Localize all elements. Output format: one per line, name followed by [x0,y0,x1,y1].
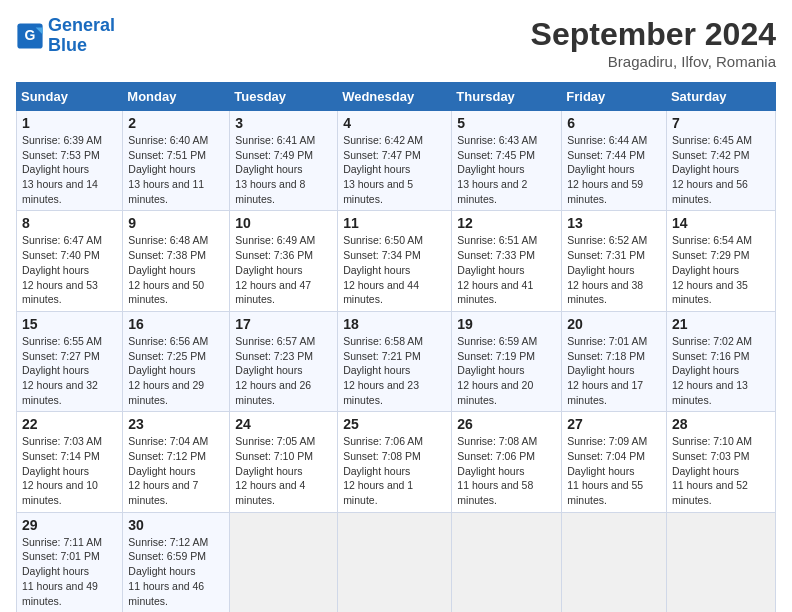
table-row: 29Sunrise: 7:11 AMSunset: 7:01 PMDayligh… [17,512,123,612]
table-row [452,512,562,612]
table-row [230,512,338,612]
table-row: 19Sunrise: 6:59 AMSunset: 7:19 PMDayligh… [452,311,562,411]
table-row: 7Sunrise: 6:45 AMSunset: 7:42 PMDaylight… [666,111,775,211]
header-friday: Friday [562,83,667,111]
header-tuesday: Tuesday [230,83,338,111]
table-row: 16Sunrise: 6:56 AMSunset: 7:25 PMDayligh… [123,311,230,411]
header-wednesday: Wednesday [338,83,452,111]
header-sunday: Sunday [17,83,123,111]
table-row: 9Sunrise: 6:48 AMSunset: 7:38 PMDaylight… [123,211,230,311]
table-row: 11Sunrise: 6:50 AMSunset: 7:34 PMDayligh… [338,211,452,311]
table-row: 18Sunrise: 6:58 AMSunset: 7:21 PMDayligh… [338,311,452,411]
table-row: 2Sunrise: 6:40 AMSunset: 7:51 PMDaylight… [123,111,230,211]
table-row: 15Sunrise: 6:55 AMSunset: 7:27 PMDayligh… [17,311,123,411]
table-row: 6Sunrise: 6:44 AMSunset: 7:44 PMDaylight… [562,111,667,211]
table-row: 24Sunrise: 7:05 AMSunset: 7:10 PMDayligh… [230,412,338,512]
table-row: 28Sunrise: 7:10 AMSunset: 7:03 PMDayligh… [666,412,775,512]
table-row: 21Sunrise: 7:02 AMSunset: 7:16 PMDayligh… [666,311,775,411]
header-monday: Monday [123,83,230,111]
table-row: 23Sunrise: 7:04 AMSunset: 7:12 PMDayligh… [123,412,230,512]
table-row: 8Sunrise: 6:47 AMSunset: 7:40 PMDaylight… [17,211,123,311]
page-header: G General Blue September 2024 Bragadiru,… [16,16,776,70]
table-row [562,512,667,612]
logo: G General Blue [16,16,115,56]
calendar-header: Sunday Monday Tuesday Wednesday Thursday… [17,83,776,111]
calendar-table: Sunday Monday Tuesday Wednesday Thursday… [16,82,776,612]
table-row: 12Sunrise: 6:51 AMSunset: 7:33 PMDayligh… [452,211,562,311]
table-row: 20Sunrise: 7:01 AMSunset: 7:18 PMDayligh… [562,311,667,411]
svg-text:G: G [25,27,36,43]
table-row [666,512,775,612]
month-title: September 2024 [531,16,776,53]
table-row: 27Sunrise: 7:09 AMSunset: 7:04 PMDayligh… [562,412,667,512]
header-saturday: Saturday [666,83,775,111]
table-row: 17Sunrise: 6:57 AMSunset: 7:23 PMDayligh… [230,311,338,411]
table-row: 25Sunrise: 7:06 AMSunset: 7:08 PMDayligh… [338,412,452,512]
logo-icon: G [16,22,44,50]
table-row: 3Sunrise: 6:41 AMSunset: 7:49 PMDaylight… [230,111,338,211]
table-row: 26Sunrise: 7:08 AMSunset: 7:06 PMDayligh… [452,412,562,512]
table-row: 4Sunrise: 6:42 AMSunset: 7:47 PMDaylight… [338,111,452,211]
location: Bragadiru, Ilfov, Romania [531,53,776,70]
logo-text: General Blue [48,16,115,56]
header-thursday: Thursday [452,83,562,111]
table-row: 22Sunrise: 7:03 AMSunset: 7:14 PMDayligh… [17,412,123,512]
table-row: 13Sunrise: 6:52 AMSunset: 7:31 PMDayligh… [562,211,667,311]
table-row: 1Sunrise: 6:39 AMSunset: 7:53 PMDaylight… [17,111,123,211]
title-block: September 2024 Bragadiru, Ilfov, Romania [531,16,776,70]
table-row [338,512,452,612]
table-row: 10Sunrise: 6:49 AMSunset: 7:36 PMDayligh… [230,211,338,311]
table-row: 5Sunrise: 6:43 AMSunset: 7:45 PMDaylight… [452,111,562,211]
calendar-body: 1Sunrise: 6:39 AMSunset: 7:53 PMDaylight… [17,111,776,613]
table-row: 14Sunrise: 6:54 AMSunset: 7:29 PMDayligh… [666,211,775,311]
table-row: 30Sunrise: 7:12 AMSunset: 6:59 PMDayligh… [123,512,230,612]
